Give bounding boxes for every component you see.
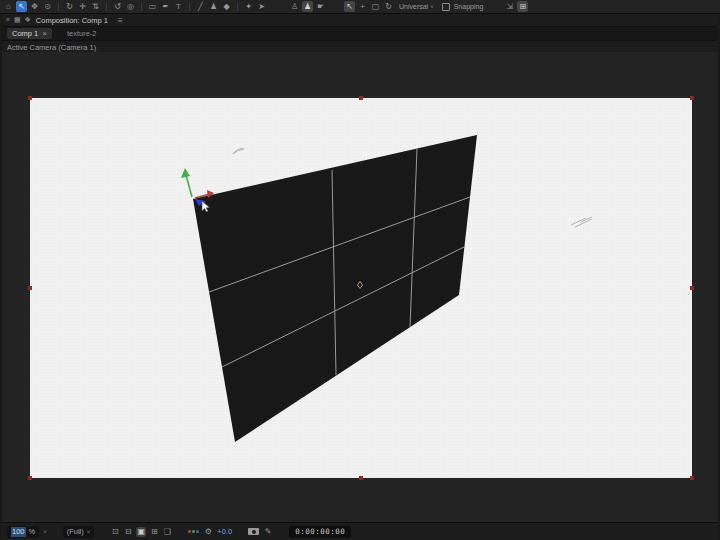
resolution-caret-icon: ˅ [87, 527, 91, 537]
preview-window-icon[interactable]: ❑ [162, 527, 172, 537]
y-axis-gizmo-handle[interactable] [186, 175, 192, 197]
comp-edge-handle[interactable] [690, 96, 694, 100]
composition-canvas[interactable] [30, 98, 692, 478]
person-filled-icon[interactable]: ♟ [302, 1, 313, 12]
gizmo-rotate-icon[interactable]: ↻ [383, 1, 394, 12]
tab-texture-2[interactable]: texture-2 [62, 28, 102, 39]
panel-title: Composition: Comp 1 [36, 16, 108, 25]
clone-stamp-tool[interactable]: ♟ [208, 1, 219, 12]
brush-tool[interactable]: ╱ [195, 1, 206, 12]
toolbar-sep [237, 3, 238, 11]
comp-edge-handle[interactable] [690, 286, 694, 290]
panel-grid-icon: ▦ [14, 14, 21, 26]
view-layout-icon[interactable]: ⊞ [149, 527, 159, 537]
expand-icon[interactable]: ⇲ [504, 1, 515, 12]
snapping-checkbox-box-icon[interactable] [442, 3, 450, 11]
panel-chevron-icon[interactable]: « [6, 14, 10, 26]
tab-label: texture-2 [67, 29, 97, 38]
type-tool[interactable]: T [173, 1, 184, 12]
snapping-checkbox-label: Snapping [454, 3, 484, 10]
hand-point-icon[interactable]: ☛ [315, 1, 326, 12]
gizmo-select-icon[interactable]: ↖ [344, 1, 355, 12]
zoom-tool[interactable]: ⊙ [42, 1, 53, 12]
orbit-camera-tool[interactable]: ↻ [64, 1, 75, 12]
comp-edge-handle[interactable] [359, 476, 363, 480]
comp-edge-handle[interactable] [690, 476, 694, 480]
channel-dot-icon [188, 530, 191, 533]
grid-toggle-icon[interactable]: ⊞ [517, 1, 528, 12]
scene-svg [30, 98, 692, 478]
mask-visibility-icon[interactable]: ▣ [136, 527, 146, 537]
universal-dropdown[interactable]: Universal˅ [399, 3, 434, 10]
channel-dot-icon [196, 530, 199, 533]
region-of-interest-icon[interactable]: ⊡ [110, 527, 120, 537]
toolbar-sep [58, 3, 59, 11]
selection-tool[interactable]: ↖ [16, 1, 27, 12]
snapping-checkbox[interactable]: Snapping [442, 3, 484, 11]
exposure-value[interactable]: +0.0 [217, 527, 232, 536]
tab-comp-1[interactable]: Comp 1× [7, 28, 52, 39]
view-option-icons: ⊡⊟▣⊞❑ [110, 527, 172, 537]
pan-behind-tool[interactable]: ◎ [125, 1, 136, 12]
hand-tool[interactable]: ✥ [29, 1, 40, 12]
eraser-tool[interactable]: ◆ [221, 1, 232, 12]
y-axis-arrowhead-icon[interactable] [181, 168, 190, 178]
magnification-caret-icon[interactable]: ˅ [43, 529, 47, 535]
after-effects-window: ⌂↖✥⊙↻✛⇅↺◎▭✒T╱♟◆✦➤ ♙♟☛↖+▢↻Universal˅Snapp… [0, 0, 720, 540]
panel-drag-icon: ❖ [25, 14, 31, 26]
magnification-unit: % [29, 527, 36, 537]
rectangle-tool[interactable]: ▭ [147, 1, 158, 12]
tab-close-icon[interactable]: × [42, 29, 47, 39]
toolbar-sep [189, 3, 190, 11]
chevron-down-icon: ˅ [430, 4, 434, 10]
comp-edge-handle[interactable] [28, 286, 32, 290]
comp-edge-handle[interactable] [359, 96, 363, 100]
panel-header: « ▦ ❖ Composition: Comp 1 ≡ [2, 14, 718, 26]
magnification-dropdown[interactable]: 100 % [7, 526, 39, 538]
comp-edge-handle[interactable] [28, 476, 32, 480]
artifact-squiggle-small [233, 149, 244, 154]
resolution-dropdown[interactable]: (Full) ˅ [63, 526, 95, 538]
pen-tool[interactable]: ✒ [160, 1, 171, 12]
gizmo-scale-icon[interactable]: ▢ [370, 1, 381, 12]
toolbar-sep [141, 3, 142, 11]
tab-label: Comp 1 [12, 29, 38, 38]
snapshot-camera-icon[interactable] [248, 528, 259, 535]
toolbar-sep [106, 3, 107, 11]
transparency-grid-icon[interactable]: ⊟ [123, 527, 133, 537]
gizmo-position-icon[interactable]: + [357, 1, 368, 12]
roto-brush-tool[interactable]: ✦ [243, 1, 254, 12]
puppet-tool[interactable]: ➤ [256, 1, 267, 12]
toolbar-left-group: ⌂↖✥⊙↻✛⇅↺◎▭✒T╱♟◆✦➤ [3, 1, 267, 12]
viewport[interactable] [2, 52, 718, 523]
composition-panel: « ▦ ❖ Composition: Comp 1 ≡ Comp 1×textu… [2, 14, 718, 523]
statusbar: 100 % ˅ (Full) ˅ ⊡⊟▣⊞❑ ⚙ +0.0 ✎ 0:00:00:… [2, 522, 718, 540]
comp-edge-handle[interactable] [28, 96, 32, 100]
resolution-value: (Full) [67, 527, 84, 537]
pan-camera-tool[interactable]: ✛ [77, 1, 88, 12]
magnification-value: 100 [11, 527, 26, 537]
toolbar-right-group: ♙♟☛↖+▢↻Universal˅Snapping⇲⊞ [289, 1, 528, 12]
channel-dot-icon [192, 530, 195, 533]
camera-lens-icon [252, 530, 256, 534]
timecode-display[interactable]: 0:00:00:00 [289, 526, 351, 538]
dolly-camera-tool[interactable]: ⇅ [90, 1, 101, 12]
color-management-gear-icon[interactable]: ⚙ [203, 527, 213, 537]
tab-row: Comp 1×texture-2 [2, 26, 718, 41]
pencil-icon[interactable]: ✎ [263, 527, 273, 537]
person-outline-icon[interactable]: ♙ [289, 1, 300, 12]
panel-menu-icon[interactable]: ≡ [118, 16, 123, 25]
home-tool[interactable]: ⌂ [3, 1, 14, 12]
solid-layer[interactable] [193, 135, 477, 442]
universal-dropdown-label: Universal [399, 3, 428, 10]
artifact-squiggle-large [571, 217, 592, 227]
channel-selector-icon[interactable] [188, 530, 199, 533]
toolbar: ⌂↖✥⊙↻✛⇅↺◎▭✒T╱♟◆✦➤ ♙♟☛↖+▢↻Universal˅Snapp… [0, 0, 720, 14]
rotation-tool[interactable]: ↺ [112, 1, 123, 12]
